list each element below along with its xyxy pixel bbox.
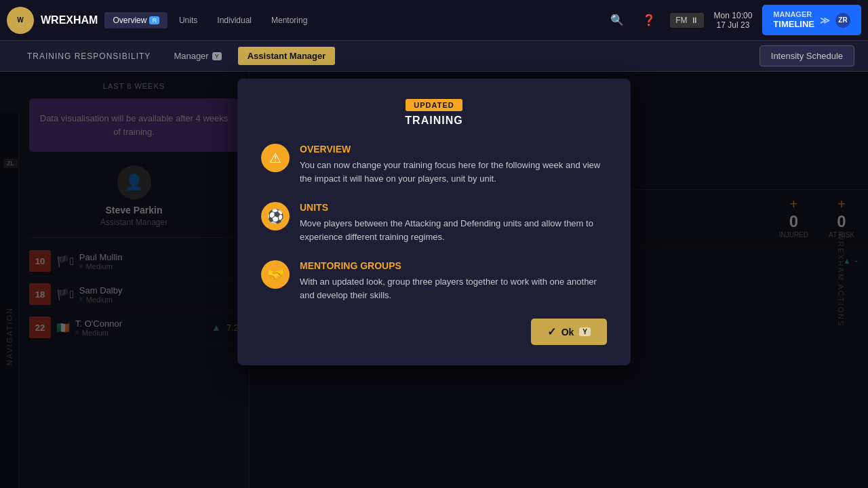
tab-overview[interactable]: Overview R	[104, 12, 167, 28]
section-title-units: UNITS	[300, 202, 607, 213]
help-icon[interactable]: ❓	[638, 9, 660, 31]
modal-training: UPDATED TRAINING ⚠ OVERVIEW You can now …	[237, 79, 631, 365]
modal-overlay: UPDATED TRAINING ⚠ OVERVIEW You can now …	[0, 72, 868, 488]
modal-badge-area: UPDATED	[261, 99, 607, 111]
nav-tabs: Overview R Units Individual Mentoring	[104, 12, 315, 28]
modal-footer: ✓ Ok Y	[261, 319, 607, 345]
modal-section-units: ⚽ UNITS Move players between the Attacki…	[261, 202, 607, 243]
tab-mentoring[interactable]: Mentoring	[263, 12, 315, 28]
top-bar: W WREXHAM Overview R Units Individual Me…	[0, 0, 868, 41]
modal-title: TRAINING	[261, 115, 607, 127]
zr-badge: ZR	[835, 13, 850, 28]
ok-button[interactable]: ✓ Ok Y	[531, 319, 607, 345]
section-text-units: Move players between the Attacking and D…	[300, 217, 607, 243]
section-title-mentoring: MENTORING GROUPS	[300, 260, 607, 271]
top-right-controls: 🔍 ❓ FM ⏸ Mon 10:00 17 Jul 23 MANAGER TIM…	[606, 5, 861, 35]
section-title-overview: OVERVIEW	[300, 144, 607, 155]
checkmark-icon: ✓	[547, 325, 556, 338]
search-icon[interactable]: 🔍	[606, 9, 628, 31]
mentoring-icon: 🤝	[261, 260, 290, 289]
main-content: ZL NAVIGATION LAST 8 WEEKS Data visualis…	[0, 72, 868, 488]
modal-section-mentoring: 🤝 MENTORING GROUPS With an updated look,…	[261, 260, 607, 302]
updated-badge: UPDATED	[406, 99, 462, 111]
overview-icon: ⚠	[261, 144, 290, 172]
manager-timeline-button[interactable]: MANAGER TIMELINE ≫ ZR	[762, 5, 861, 35]
training-responsibility-label: TRAINING RESPONSIBILITY	[27, 52, 151, 61]
units-icon: ⚽	[261, 202, 290, 230]
tab-individual[interactable]: Individual	[209, 12, 260, 28]
modal-section-overview: ⚠ OVERVIEW You can now change your train…	[261, 144, 607, 185]
club-name: WREXHAM	[41, 14, 98, 26]
arrow-right-icon: ≫	[820, 15, 830, 26]
tab-manager[interactable]: Manager Y	[164, 47, 231, 65]
intensity-schedule-button[interactable]: Intensity Schedule	[760, 45, 854, 66]
tab-units[interactable]: Units	[171, 12, 205, 28]
tab-assistant-manager[interactable]: Assistant Manager	[238, 47, 336, 65]
section-text-mentoring: With an updated look, group three player…	[300, 275, 607, 302]
fm-badge: FM ⏸	[670, 13, 703, 28]
datetime: Mon 10:00 17 Jul 23	[714, 11, 753, 30]
y-key-badge: Y	[579, 327, 591, 336]
club-badge: W	[7, 7, 34, 34]
section-text-overview: You can now change your training focus h…	[300, 159, 607, 185]
secondary-nav: TRAINING RESPONSIBILITY Manager Y Assist…	[0, 41, 868, 72]
